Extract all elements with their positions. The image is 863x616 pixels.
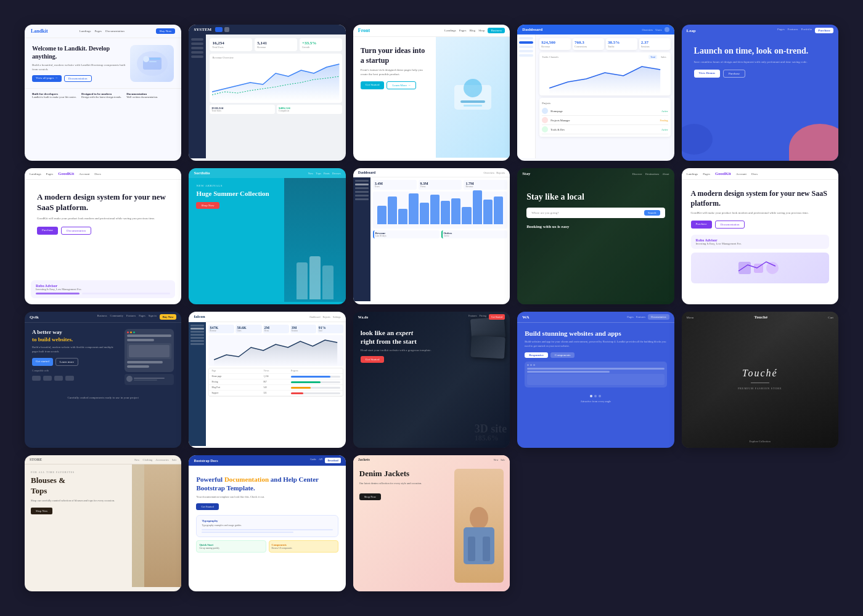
landkit-subtitle: Build a beautiful, modern website with L…: [32, 63, 130, 71]
svg-point-11: [766, 262, 779, 274]
feature-2: Designed to be modern Design with the la…: [81, 92, 121, 99]
denim-btn[interactable]: Shop Now: [359, 493, 381, 500]
card-wa[interactable]: WA Pages Features Documentation Build st…: [517, 312, 674, 448]
falcon-stat-5: 91% Goal: [317, 325, 343, 333]
analytics-chart: [373, 192, 507, 229]
main-grid: Landkit Landings Pages Documentation Buy…: [6, 6, 857, 610]
goodkit-btn1[interactable]: Purchase: [37, 227, 58, 235]
card-dashboard[interactable]: SYSTEM 16,254: [189, 25, 345, 161]
build-buy-btn[interactable]: Buy Now: [160, 314, 177, 320]
goodkit2-btn2[interactable]: Documentation: [715, 221, 745, 229]
svg-point-6: [464, 79, 482, 97]
ana-stat-2: 9.3M Views: [419, 180, 462, 190]
d2-stat-label: Traffic: [608, 45, 636, 48]
falcon-table: Page Views Progress Home page 1,234 Pric…: [208, 368, 343, 397]
build-nav-link: Features: [126, 314, 136, 320]
build-nav-links: Business Community Features Pages Sign i…: [97, 314, 177, 320]
sidebar-item: [191, 38, 203, 41]
local-search-input[interactable]: Where are you going?: [531, 211, 642, 214]
expert-title: look like an expert right from the start: [361, 328, 502, 346]
stat-num: +33.5%: [302, 41, 340, 46]
landkit-nav: Landings Pages Documentation: [80, 30, 125, 33]
svg-rect-15: [483, 537, 490, 561]
launch-subtitle: Save countless hours of design and devel…: [694, 60, 826, 65]
goodkit-title: A modern design system for your new SaaS…: [37, 192, 169, 213]
feature-3: Documentation Well written documentation…: [126, 92, 158, 99]
docs-nav-btn[interactable]: Download: [325, 458, 340, 463]
wa-btn1[interactable]: Responsive: [525, 352, 548, 358]
wa-btn2[interactable]: Components: [550, 352, 575, 358]
chart-bar: [441, 201, 450, 224]
svg-rect-3: [149, 58, 160, 60]
blouses-text: Shop our carefully curated selection of …: [31, 499, 126, 503]
wa-demo-btn[interactable]: Documentation: [648, 314, 669, 320]
front-btn1[interactable]: Get Started: [361, 81, 385, 89]
blouses-logo: STORE: [30, 458, 42, 461]
card-goodkit[interactable]: Landings Pages GoodKit Account Docs A mo…: [25, 168, 181, 304]
d2-stat-num: 760.3: [575, 40, 602, 45]
card-touche[interactable]: Menu Touché Cart Touché PREMIUM FASHION …: [682, 312, 838, 448]
card-falcon[interactable]: falcon Dashboard Reports Settings: [189, 312, 345, 448]
landkit-nav-btn[interactable]: Buy Now: [156, 28, 175, 34]
local-search-button[interactable]: Search: [644, 210, 660, 216]
card-launch[interactable]: Leap Pages Features Portfolio Purchase L…: [682, 25, 838, 161]
landkit-title: Welcome to Landkit. Develop anything.: [32, 44, 130, 60]
summer-btn[interactable]: Shop Now: [196, 202, 219, 209]
dashboard-logo: SYSTEM: [194, 27, 211, 32]
launch-btn1[interactable]: View Demos: [694, 70, 720, 78]
blouses-btn[interactable]: Shop Now: [31, 508, 52, 514]
stat-label: Growth: [302, 46, 340, 49]
ana-stat-1: 3.4M Users: [373, 180, 417, 190]
front-btn2[interactable]: Learn More →: [387, 81, 416, 89]
falcon-sidebar-item: [190, 331, 204, 333]
card-front[interactable]: Front Landings Pages Blog Shop Business …: [353, 25, 510, 161]
goodkit2-title: A modern design system for your new SaaS…: [691, 189, 829, 208]
landkit-hero-image: [130, 45, 174, 82]
card-dash2[interactable]: Dashboard Overview Users: [517, 25, 674, 161]
launch-logo: Leap: [687, 28, 696, 33]
stat-box-1: 16,254 Total Users: [210, 38, 252, 51]
blouses-image: [132, 464, 181, 587]
preview-bar: [127, 334, 171, 337]
expert-nav-btn[interactable]: Get Started: [489, 314, 505, 320]
touche-title: Touché: [742, 368, 778, 379]
card-summer[interactable]: Sortfolio New Tops Pants Dresses NEW ARR…: [189, 168, 345, 304]
falcon-logo: falcon: [194, 314, 205, 319]
front-logo: Front: [358, 28, 370, 33]
docs-btn[interactable]: Get Started: [196, 503, 218, 510]
denim-title: Denim Jackets: [359, 469, 454, 479]
chart-bar: [420, 203, 429, 224]
build-btn2[interactable]: Learn more: [55, 358, 78, 366]
card-denim[interactable]: Jackets New Sale Denim Jackets Our lates…: [353, 455, 510, 591]
card-landkit[interactable]: Landkit Landings Pages Documentation Buy…: [25, 25, 181, 161]
card-local[interactable]: Stay Discover Destinations About Stay li…: [517, 168, 674, 304]
launch-btn2[interactable]: Purchase: [723, 70, 745, 78]
card-docs[interactable]: Bootstrap Docs Guide API Download Powerf…: [189, 455, 345, 591]
svg-rect-14: [468, 537, 475, 561]
expert-subtitle: Head-start your toolkit website with a g…: [361, 349, 502, 352]
svg-rect-7: [460, 100, 485, 103]
analytics-sidebar-item: [355, 184, 369, 185]
expert-logo: Wa.do: [358, 315, 369, 319]
goodkit-btn2[interactable]: Documentation: [61, 227, 91, 235]
touche-subtitle: PREMIUM FASHION STORE: [738, 387, 782, 390]
card-blouses[interactable]: STORE New Clothing Accessories Sale FOR …: [25, 455, 181, 591]
goodkit2-btn1[interactable]: Purchase: [691, 221, 712, 229]
wa-mockup: [525, 362, 666, 387]
denim-logo: Jackets: [358, 458, 370, 461]
card-analytics[interactable]: Dashboard Overview Reports: [353, 168, 510, 304]
landkit-btn2[interactable]: Documentation: [64, 75, 92, 82]
card-build[interactable]: Qvik Business Community Features Pages S…: [25, 312, 181, 448]
card-goodkit2[interactable]: Landings Pages GoodKit Account Docs A mo…: [682, 168, 838, 304]
expert-numbers: 3D site 185.6%: [475, 423, 507, 442]
falcon-stat-3: 2M Views: [263, 325, 289, 333]
falcon-stat-label: Views: [264, 330, 288, 332]
expert-btn[interactable]: Get Started: [361, 356, 385, 363]
svg-rect-4: [149, 61, 157, 62]
card-expert[interactable]: Wa.do Features Pricing Get Started look …: [353, 312, 510, 448]
d2-stat-2: 760.3 Conversions: [573, 38, 604, 50]
touche-nav-right: Cart: [828, 316, 833, 319]
launch-purchase-btn[interactable]: Purchase: [815, 28, 833, 33]
landkit-btn1[interactable]: View all pages →: [32, 75, 62, 82]
build-btn1[interactable]: Get started: [32, 358, 53, 366]
